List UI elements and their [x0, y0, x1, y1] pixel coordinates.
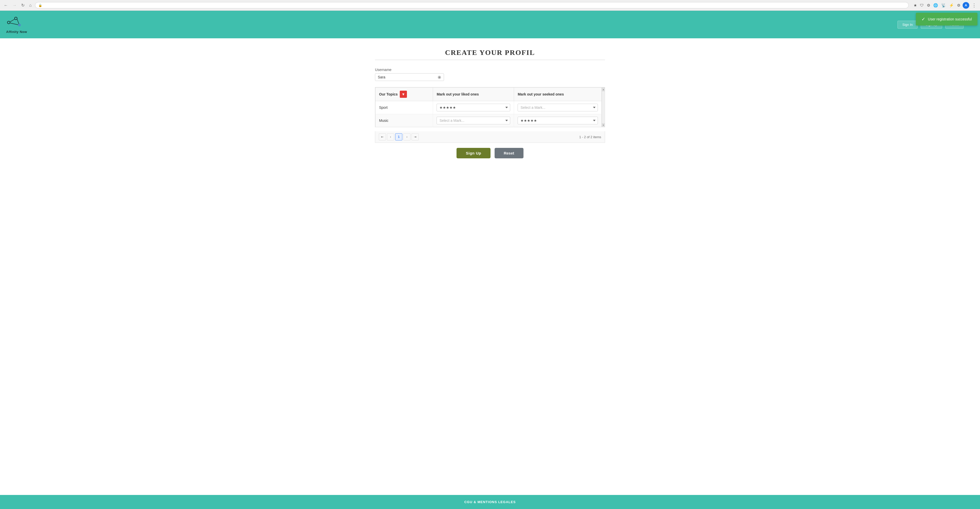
pagination-controls: ⇤ ‹ 1 › ⇥	[379, 133, 419, 141]
reload-button[interactable]: ↻	[20, 2, 26, 8]
logo[interactable]: Affinity Now	[6, 15, 27, 34]
success-toast: ✓ User registration successful	[916, 13, 977, 25]
reset-button[interactable]: Reset	[495, 148, 523, 159]
browser-chrome: ← → ↻ ⌂ 🔒 localhost:4200/signup ★ 🛡 ⚙ 🌐 …	[0, 0, 980, 11]
table-row: Music Select a Mark... ★★★★★ ★★★★☆ ★★★☆☆…	[375, 114, 602, 127]
seeked-cell: ★★★★★ ★★★★☆ ★★★☆☆ ★★☆☆☆ ★☆☆☆☆ Select a M…	[514, 114, 602, 127]
form-container: Username ◉ Our Topics ▼	[375, 68, 605, 159]
browser-menu-button[interactable]: ⋮	[971, 2, 977, 9]
col-topics-label: Our Topics	[379, 92, 398, 96]
logo-text: Affinity Now	[6, 30, 27, 34]
footer-text: CGU & MENTIONS LEGALES	[464, 500, 515, 504]
puzzle-icon[interactable]: ⚙	[956, 2, 961, 8]
username-group: Username ◉	[375, 68, 605, 81]
pagination-info: 1 - 2 of 2 items	[579, 135, 601, 139]
back-button[interactable]: ←	[3, 3, 9, 8]
sport-seeked-select[interactable]: Select a Mark... ★★★★★ ★★★★☆ ★★★☆☆ ★★☆☆☆…	[518, 104, 598, 111]
page-1-button[interactable]: 1	[395, 133, 402, 141]
topic-cell: Sport	[375, 101, 433, 114]
pagination-row: ⇤ ‹ 1 › ⇥ 1 - 2 of 2 items	[375, 131, 605, 143]
filter-icon: ▼	[402, 92, 405, 96]
svg-point-1	[14, 17, 17, 20]
bookmark-icon[interactable]: ★	[913, 2, 918, 8]
sport-liked-select[interactable]: ★★★★★ ★★★★☆ ★★★☆☆ ★★☆☆☆ ★☆☆☆☆ Select a M…	[437, 104, 510, 111]
address-bar: 🔒 localhost:4200/signup	[35, 2, 909, 8]
svg-line-3	[10, 19, 14, 22]
username-label: Username	[375, 68, 605, 72]
prev-page-button[interactable]: ‹	[387, 133, 394, 141]
action-buttons: Sign Up Reset	[375, 148, 605, 159]
col-seeked: Mark out your seeked ones	[514, 87, 602, 101]
topic-cell: Music	[375, 114, 433, 127]
title-divider	[375, 60, 605, 60]
browser-icons: ★ 🛡 ⚙ 🌐 📡 ⚡ ⚙ A ⋮	[913, 2, 977, 9]
seeked-cell: Select a Mark... ★★★★★ ★★★★☆ ★★★☆☆ ★★☆☆☆…	[514, 101, 602, 114]
topics-table: Our Topics ▼ Mark out your liked ones Ma…	[375, 87, 602, 127]
check-icon: ✓	[921, 16, 925, 22]
settings-icon[interactable]: ⚙	[926, 2, 931, 8]
liked-cell: ★★★★★ ★★★★☆ ★★★☆☆ ★★☆☆☆ ★☆☆☆☆ Select a M…	[433, 101, 514, 114]
scroll-up-button[interactable]: ▲	[602, 87, 605, 92]
next-page-button[interactable]: ›	[403, 133, 410, 141]
toast-message: User registration successful	[928, 17, 972, 21]
username-input-wrapper: ◉	[375, 73, 444, 81]
extensions-icon[interactable]: ⚡	[948, 2, 955, 8]
rss-icon[interactable]: 📡	[940, 2, 947, 8]
topics-table-wrapper: Our Topics ▼ Mark out your liked ones Ma…	[375, 87, 605, 127]
lock-icon: 🔒	[38, 3, 42, 7]
scroll-indicator: ▲ ▼	[602, 87, 605, 127]
first-page-button[interactable]: ⇤	[379, 133, 386, 141]
shield-icon[interactable]: 🛡	[919, 2, 924, 8]
clear-username-button[interactable]: ◉	[438, 75, 441, 79]
liked-cell: Select a Mark... ★★★★★ ★★★★☆ ★★★☆☆ ★★☆☆☆…	[433, 114, 514, 127]
home-button[interactable]: ⌂	[28, 3, 33, 8]
app-header: Affinity Now Sign In Sign Up About	[0, 11, 980, 38]
table-body: Sport ★★★★★ ★★★★☆ ★★★☆☆ ★★☆☆☆ ★☆☆☆☆ Sele…	[375, 101, 602, 127]
music-seeked-select[interactable]: ★★★★★ ★★★★☆ ★★★☆☆ ★★☆☆☆ ★☆☆☆☆ Select a M…	[518, 117, 598, 124]
last-page-button[interactable]: ⇥	[412, 133, 419, 141]
scroll-down-button[interactable]: ▼	[602, 123, 605, 127]
app-footer: CGU & MENTIONS LEGALES	[0, 495, 980, 509]
col-topics: Our Topics ▼	[375, 87, 433, 101]
world-icon[interactable]: 🌐	[932, 2, 939, 8]
signin-nav-button[interactable]: Sign In	[897, 21, 917, 29]
url-input[interactable]: localhost:4200/signup	[44, 3, 905, 7]
svg-line-4	[17, 19, 19, 24]
filter-button[interactable]: ▼	[400, 91, 407, 98]
signup-button[interactable]: Sign Up	[457, 148, 490, 159]
avatar[interactable]: A	[963, 2, 969, 9]
svg-line-5	[10, 23, 18, 25]
forward-button[interactable]: →	[11, 3, 18, 8]
main-content: Create your Profil Username ◉ Our Topics	[0, 38, 980, 495]
table-header: Our Topics ▼ Mark out your liked ones Ma…	[375, 87, 602, 101]
username-input[interactable]	[378, 75, 438, 79]
svg-point-0	[7, 21, 10, 24]
table-row: Sport ★★★★★ ★★★★☆ ★★★☆☆ ★★☆☆☆ ★☆☆☆☆ Sele…	[375, 101, 602, 114]
col-liked: Mark out your liked ones	[433, 87, 514, 101]
logo-icon	[6, 15, 21, 29]
music-liked-select[interactable]: Select a Mark... ★★★★★ ★★★★☆ ★★★☆☆ ★★☆☆☆…	[437, 117, 510, 124]
svg-point-2	[18, 24, 21, 26]
page-title: Create your Profil	[445, 49, 535, 57]
